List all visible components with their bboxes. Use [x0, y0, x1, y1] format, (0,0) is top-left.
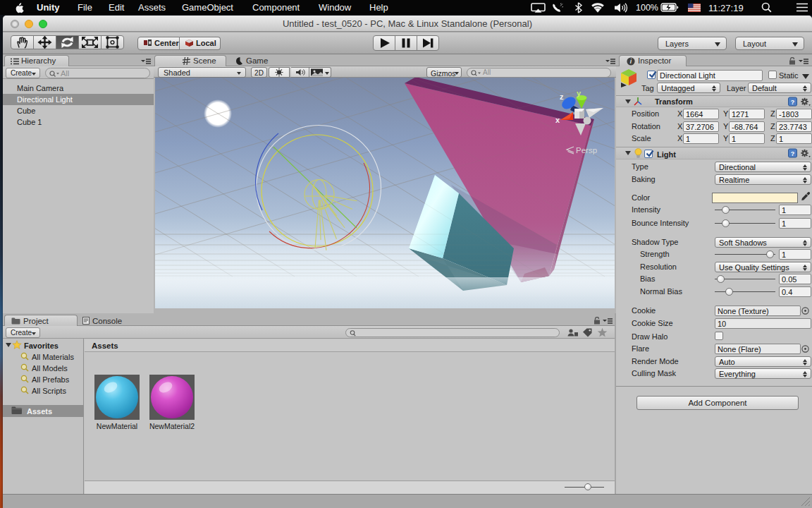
- svg-text:y: y: [577, 89, 582, 97]
- svg-text:z: z: [560, 92, 564, 101]
- svg-text:x: x: [555, 116, 560, 124]
- svg-text:?: ?: [791, 99, 795, 106]
- svg-text:?: ?: [791, 150, 795, 157]
- svg-text:Persp: Persp: [576, 146, 597, 155]
